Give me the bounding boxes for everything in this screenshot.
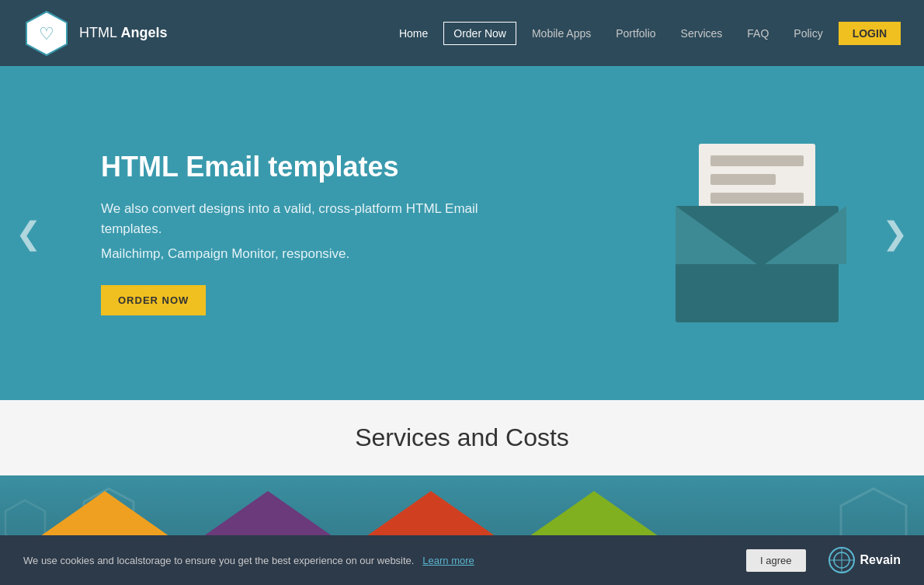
doc-line-3 xyxy=(710,193,804,204)
cookie-learn-more-link[interactable]: Learn more xyxy=(422,555,474,566)
hero-sub-description: Mailchimp, Campaign Monitor, responsive. xyxy=(101,246,536,262)
revain-text: Revain xyxy=(860,553,901,567)
revain-logo: Revain xyxy=(828,546,901,574)
nav-services[interactable]: Services xyxy=(672,23,732,44)
brand-name: HTML Angels xyxy=(79,25,167,41)
nav-portfolio[interactable]: Portfolio xyxy=(606,23,665,44)
services-main-title: Services and Costs xyxy=(16,423,908,452)
doc-line-2 xyxy=(710,174,776,185)
doc-line-1 xyxy=(710,155,804,166)
slider-next-arrow[interactable]: ❯ xyxy=(882,215,908,251)
svg-text:♡: ♡ xyxy=(39,24,54,44)
main-nav: Home Order Now Mobile Apps Portfolio Ser… xyxy=(390,22,901,45)
envelope-illustration xyxy=(676,144,846,322)
logo-hex-icon: ♡ xyxy=(23,10,70,57)
logo-area: ♡ HTML Angels xyxy=(23,10,167,57)
hero-section: ❮ HTML Email templates We also convert d… xyxy=(0,66,924,400)
nav-mobile-apps[interactable]: Mobile Apps xyxy=(523,23,600,44)
nav-login[interactable]: LOGIN xyxy=(839,22,901,45)
cookie-agree-button[interactable]: I agree xyxy=(746,549,805,572)
services-title-section: Services and Costs xyxy=(0,400,924,475)
cookie-message: We use cookies and localstorage to ensur… xyxy=(23,555,740,566)
nav-home[interactable]: Home xyxy=(390,23,437,44)
cookie-message-text: We use cookies and localstorage to ensur… xyxy=(23,555,414,566)
hero-description: We also convert designs into a valid, cr… xyxy=(101,199,536,239)
brand-angels: Angels xyxy=(120,25,167,40)
hero-title: HTML Email templates xyxy=(101,151,536,183)
slider-prev-arrow[interactable]: ❮ xyxy=(16,215,42,251)
brand-html: HTML xyxy=(79,25,117,40)
hero-image xyxy=(676,144,846,322)
revain-logo-icon xyxy=(828,546,856,574)
hero-cta-button[interactable]: ORDER NOW xyxy=(101,285,206,315)
hero-content: HTML Email templates We also convert des… xyxy=(101,151,536,315)
cookie-bar: We use cookies and localstorage to ensur… xyxy=(0,535,924,585)
envelope-flap-right xyxy=(765,206,846,264)
nav-order-now[interactable]: Order Now xyxy=(443,22,516,45)
header: ♡ HTML Angels Home Order Now Mobile Apps… xyxy=(0,0,924,66)
nav-faq[interactable]: FAQ xyxy=(738,23,778,44)
nav-policy[interactable]: Policy xyxy=(784,23,832,44)
envelope-flap-left xyxy=(676,206,757,264)
